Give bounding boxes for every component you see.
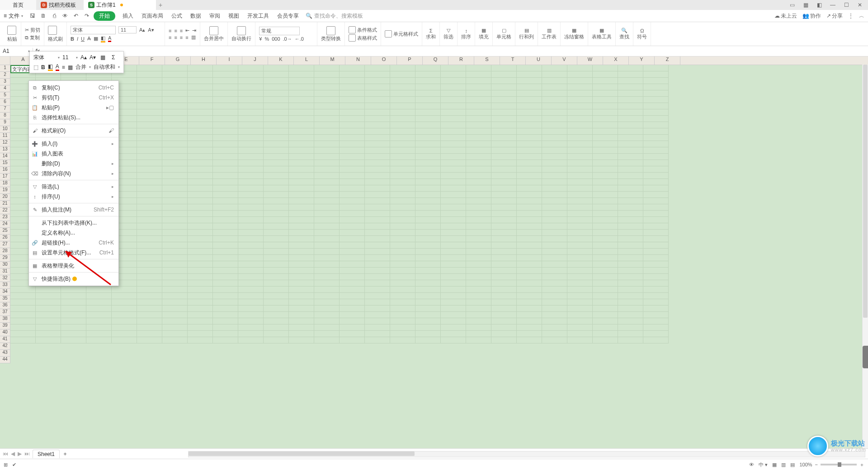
share-button[interactable]: ↗ 分享: [826, 12, 843, 20]
percent-icon[interactable]: %: [264, 36, 269, 42]
border-icon[interactable]: ▦: [68, 64, 73, 70]
horizontal-scrollbar[interactable]: [188, 451, 865, 456]
wrap-icon[interactable]: [237, 26, 246, 35]
filter-icon[interactable]: ▽: [447, 28, 450, 33]
ctx-paste-special[interactable]: ⎘选择性粘贴(S)...: [29, 113, 118, 122]
row-header[interactable]: 12: [0, 140, 10, 146]
align-right-icon[interactable]: ≡: [180, 35, 183, 40]
column-header[interactable]: L: [294, 56, 320, 65]
ribbon-tab[interactable]: 审阅: [209, 12, 220, 20]
skin-icon[interactable]: ◧: [816, 2, 823, 8]
chevron-up-icon[interactable]: ︿: [859, 12, 864, 20]
row-header[interactable]: 7: [0, 106, 10, 113]
status-mode-icon[interactable]: ⊞: [4, 462, 8, 468]
sheet-nav-last[interactable]: ⏭: [24, 451, 30, 457]
column-headers[interactable]: ABCDEFGHIJKLMNOPQRSTUVWXYZ: [10, 56, 868, 65]
row-header[interactable]: 15: [0, 160, 10, 167]
row-header[interactable]: 24: [0, 221, 10, 228]
row-header[interactable]: 31: [0, 268, 10, 275]
rowcol-icon[interactable]: ▤: [524, 28, 529, 33]
save-icon[interactable]: 🖫: [29, 13, 36, 19]
row-header[interactable]: 25: [0, 228, 10, 235]
row-header[interactable]: 1: [0, 65, 10, 72]
ctx-clear[interactable]: ⌫清除内容(N)▸: [29, 169, 118, 179]
row-header[interactable]: 11: [0, 133, 10, 140]
grow-font-icon[interactable]: A▴: [139, 27, 145, 33]
ribbon-tab[interactable]: 公式: [171, 12, 182, 20]
row-header[interactable]: 44: [0, 357, 10, 363]
ribbon-tab[interactable]: 页面布局: [142, 12, 163, 20]
column-header[interactable]: Y: [629, 56, 655, 65]
ctx-filter[interactable]: ▽筛选(L)▸: [29, 182, 118, 192]
cell-icon[interactable]: ▢: [502, 28, 506, 33]
row-header[interactable]: 27: [0, 241, 10, 248]
row-header[interactable]: 21: [0, 201, 10, 207]
tab-add[interactable]: +: [156, 1, 165, 9]
row-header[interactable]: 8: [0, 113, 10, 119]
side-panel-handle[interactable]: [863, 346, 868, 368]
table-style-button[interactable]: 表格样式: [349, 34, 377, 42]
row-header[interactable]: 17: [0, 174, 10, 180]
dec-inc-icon[interactable]: .0→: [283, 36, 292, 42]
ctx-format-brush[interactable]: 🖌格式刷(O)🖌: [29, 126, 118, 136]
copy-button[interactable]: ⧉复制: [25, 34, 40, 41]
row-header[interactable]: 33: [0, 282, 10, 289]
more-icon[interactable]: ⋮: [848, 12, 854, 20]
row-header[interactable]: 10: [0, 126, 10, 133]
row-header[interactable]: 22: [0, 207, 10, 214]
view-page-icon[interactable]: ▥: [781, 462, 786, 468]
undo-icon[interactable]: ↶: [73, 13, 79, 19]
row-header[interactable]: 34: [0, 289, 10, 296]
column-header[interactable]: O: [371, 56, 397, 65]
ribbon-tab-start[interactable]: 开始: [94, 11, 115, 21]
column-header[interactable]: I: [217, 56, 242, 65]
indent-dec-icon[interactable]: ⇤: [185, 28, 189, 33]
quick-menu-button[interactable]: ≡ 文件 ▾: [4, 12, 23, 20]
bold-icon[interactable]: B: [41, 64, 45, 70]
row-header[interactable]: 14: [0, 153, 10, 160]
font-size[interactable]: 11: [118, 26, 137, 33]
dec-dec-icon[interactable]: ←.0: [295, 36, 304, 42]
paste-options-icon[interactable]: ▸▢: [106, 104, 114, 111]
row-header[interactable]: 16: [0, 167, 10, 174]
row-header[interactable]: 20: [0, 194, 10, 201]
apps-icon[interactable]: ▦: [802, 2, 809, 8]
bold-icon[interactable]: B: [71, 36, 74, 42]
maximize-button[interactable]: ☐: [843, 2, 850, 8]
grow-font-icon[interactable]: A▴: [80, 54, 87, 61]
ribbon-tab[interactable]: 开发工具: [247, 12, 269, 20]
column-header[interactable]: P: [397, 56, 423, 65]
row-header[interactable]: 5: [0, 92, 10, 99]
mini-sum-button[interactable]: Σ: [110, 53, 117, 61]
shrink-font-icon[interactable]: A▾: [90, 54, 96, 61]
freeze-icon[interactable]: ▦: [572, 28, 576, 33]
collab-button[interactable]: 👥 协作: [802, 12, 821, 20]
shrink-font-icon[interactable]: A▾: [148, 27, 154, 33]
row-header[interactable]: 41: [0, 336, 10, 343]
row-header[interactable]: 3: [0, 79, 10, 85]
minimize-button[interactable]: —: [829, 2, 836, 8]
row-header[interactable]: 40: [0, 329, 10, 336]
cloud-status[interactable]: ☁ 未上云: [774, 12, 797, 20]
number-format[interactable]: 常规: [259, 27, 300, 35]
select-all-corner[interactable]: [0, 56, 10, 65]
row-header[interactable]: 38: [0, 316, 10, 323]
align-justify-icon[interactable]: ≡: [185, 35, 188, 40]
redo-icon[interactable]: ↷: [84, 13, 90, 19]
row-header[interactable]: 4: [0, 85, 10, 92]
align-top-icon[interactable]: ≡: [169, 28, 171, 33]
view-break-icon[interactable]: ▤: [790, 462, 795, 468]
ctx-link[interactable]: 🔗超链接(H)...Ctrl+K: [29, 238, 118, 248]
select-icon[interactable]: ⬚: [33, 64, 38, 70]
ctx-cut[interactable]: ✂剪切(T)Ctrl+X: [29, 93, 118, 103]
ribbon-tab[interactable]: 会员专享: [277, 12, 299, 20]
comma-icon[interactable]: 000: [272, 36, 280, 42]
ctx-flash-filter[interactable]: ▽快捷筛选(B): [29, 274, 118, 284]
ctx-insert[interactable]: ➕插入(I)▸: [29, 139, 118, 149]
row-header[interactable]: 13: [0, 146, 10, 153]
merge-split-icon[interactable]: ▥: [191, 34, 196, 40]
column-header[interactable]: J: [242, 56, 268, 65]
sort-icon[interactable]: ↕: [465, 28, 468, 33]
ctx-define[interactable]: 定义名称(A)...: [29, 228, 118, 238]
column-header[interactable]: F: [139, 56, 165, 65]
